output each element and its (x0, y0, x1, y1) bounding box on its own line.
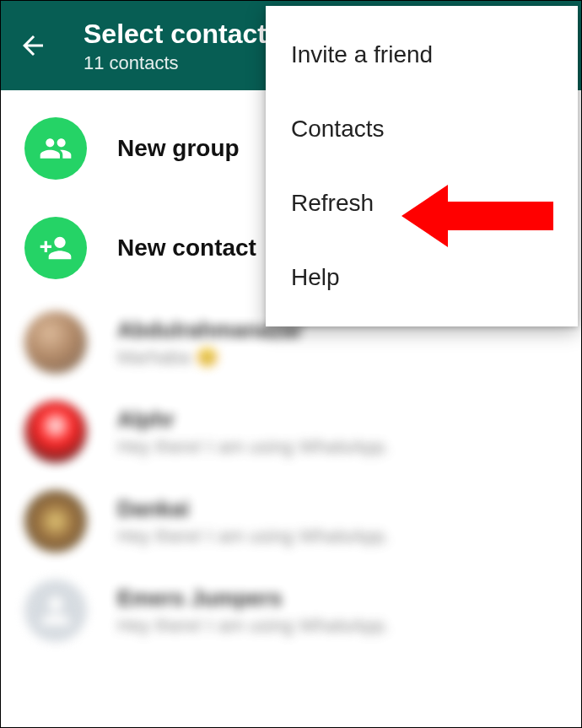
contact-status: Hey there! I am using WhatsApp. (117, 526, 390, 547)
header-text: Select contact 11 contacts (84, 17, 267, 74)
contact-text: Alphr Hey there! I am using WhatsApp. (117, 407, 390, 458)
menu-contacts[interactable]: Contacts (266, 92, 578, 166)
menu-help[interactable]: Help (266, 240, 578, 315)
new-contact-label: New contact (117, 235, 256, 262)
page-title: Select contact (84, 17, 267, 51)
contact-status: Hey there! I am using WhatsApp. (117, 615, 390, 637)
contact-row[interactable]: Emers Jumpers Hey there! I am using What… (1, 566, 581, 655)
people-icon (39, 132, 73, 165)
contacts-count: 11 contacts (84, 52, 267, 74)
back-button[interactable] (18, 30, 48, 61)
new-group-label: New group (117, 135, 240, 162)
contact-name: Emers Jumpers (117, 585, 390, 612)
contact-name: Dankai (117, 496, 390, 522)
contact-status: Hey there! I am using WhatsApp. (117, 436, 390, 458)
contact-row[interactable]: Dankai Hey there! I am using WhatsApp. (1, 477, 581, 566)
person-icon (35, 590, 77, 632)
group-icon (24, 117, 87, 180)
menu-invite-friend[interactable]: Invite a friend (266, 18, 578, 92)
contact-text: Dankai Hey there! I am using WhatsApp. (117, 496, 390, 547)
avatar (24, 580, 87, 642)
contact-text: Emers Jumpers Hey there! I am using What… (117, 585, 390, 637)
overflow-menu: Invite a friend Contacts Refresh Help (266, 6, 578, 326)
avatar (24, 311, 87, 374)
person-add-icon (39, 231, 73, 265)
contact-name: Alphr (117, 407, 390, 433)
add-person-icon (24, 217, 87, 279)
avatar (24, 490, 87, 553)
contact-row[interactable]: Alphr Hey there! I am using WhatsApp. (1, 387, 581, 477)
avatar (24, 401, 87, 463)
menu-refresh[interactable]: Refresh (266, 166, 578, 240)
contact-status: Marhaba 😊 (117, 347, 303, 369)
arrow-left-icon (18, 30, 48, 61)
